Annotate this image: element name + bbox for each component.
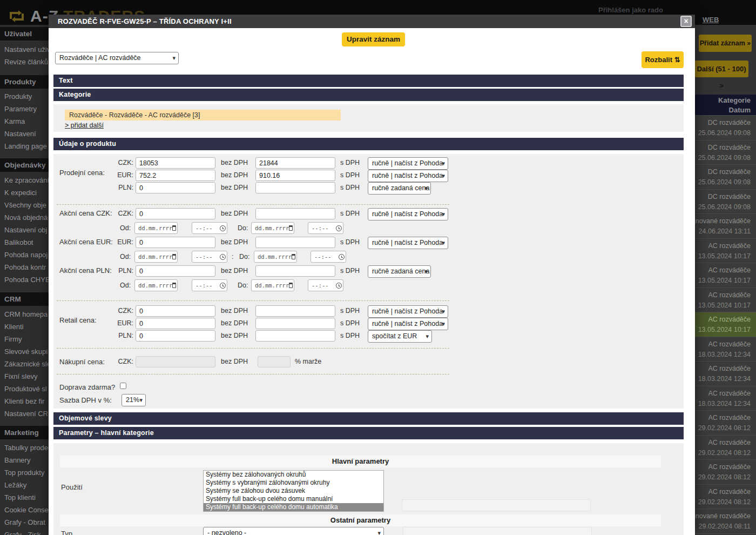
od-label: Od: [120,222,131,234]
retail-pln-mode-select[interactable]: spočítat z EUR▾ [368,330,432,343]
prodejni-eur-s-dph-input[interactable] [255,170,335,181]
retail-czk-bez-dph-input[interactable] [136,305,215,317]
prodejni-czk-s-dph-input[interactable] [255,157,335,169]
currency-label: CZK: [114,157,133,169]
akcni-eur-od-time-input[interactable]: --:-- [192,251,227,263]
retail-pln-bez-dph-input[interactable] [136,330,215,342]
screen: A-Z TRADERS Přihlášen jako rado WEB Uživ… [0,0,756,535]
akcni-czk-od-time-input[interactable]: --:-- [192,222,227,234]
add-record-button[interactable]: Přidat záznam » [699,35,752,52]
bez-dph-label: bez DPH [221,157,248,169]
bez-dph-label: bez DPH [221,182,248,193]
bez-dph-label: bez DPH [221,330,248,342]
akcni-pln-do-time-input[interactable]: --:-- [308,279,343,291]
chevron-down-icon: ▾ [442,306,445,317]
akcni-pln-do-date-input[interactable]: dd.mm.rrrr [251,279,294,291]
calendar-icon[interactable] [289,225,293,231]
section-bar-parametry[interactable]: Parametry – hlavní kategorie [53,427,684,439]
typ-extra-input[interactable] [403,527,592,535]
listbox-option[interactable]: Systémy full back-up celého domu manuáln… [204,495,383,503]
currency-label: CZK: [114,208,133,219]
add-category-link[interactable]: > přidat další [65,122,104,129]
akcni-eur-do-date-input[interactable]: dd.mm.rrrr [254,251,297,263]
listbox-option[interactable]: Systémy s vybranými zálohovanými okruhy [204,479,383,487]
modal-header: ROZVADĚČ R-FVE-GW25-P – TŘÍDA OCHRANY I+… [49,15,695,28]
divider [57,348,449,349]
retail-eur-mode-select[interactable]: ručně | načíst z Pohoda▾ [368,318,448,330]
clock-icon[interactable] [220,283,226,289]
prodejni-eur-mode-select[interactable]: ručně | načíst z Pohoda▾ [368,170,448,182]
clock-icon[interactable] [336,225,342,231]
retail-eur-bez-dph-input[interactable] [136,318,215,329]
category-chip: Rozváděče - Rozváděče - AC rozváděče [3] [65,110,341,121]
prodejni-eur-bez-dph-input[interactable] [136,170,215,181]
pouziti-listbox[interactable]: Systémy bez zálohovaných okruhů Systémy … [203,470,384,512]
pouziti-extra-input[interactable] [402,499,591,511]
akcni-czk-do-date-input[interactable]: dd.mm.rrrr [251,222,294,234]
submit-button[interactable]: Upravit záznam [342,32,405,46]
typ-label: Typ [61,530,72,535]
prodejni-czk-mode-select[interactable]: ručně | načíst z Pohoda▾ [368,157,448,170]
retail-eur-s-dph-input[interactable] [255,318,335,329]
retail-czk-s-dph-input[interactable] [255,305,335,317]
bez-dph-label: bez DPH [221,170,248,181]
akcni-pln-mode-select[interactable]: ručně zadaná cena▾ [368,265,431,278]
next-page-button[interactable]: Další (51 - 100) > [694,61,748,77]
section-bar-kategorie[interactable]: Kategorie [53,89,684,101]
akcni-eur-mode-select[interactable]: ručně | načíst z Pohoda▾ [368,237,448,249]
do-label: Do: [238,279,248,291]
ostatni-parametry-header: Ostatní parametry [60,514,661,526]
akcni-eur-bez-dph-input[interactable] [136,237,215,248]
chevron-down-icon: ▾ [442,237,445,249]
marze-label: % marže [295,356,321,367]
akcni-pln-od-time-input[interactable]: --:-- [192,279,227,291]
akcni-czk-bez-dph-input[interactable] [136,208,215,219]
akcni-czk-mode-select[interactable]: ručně | načíst z Pohoda▾ [368,208,448,220]
calendar-icon[interactable] [172,225,176,231]
akcni-pln-s-dph-input[interactable] [255,265,335,277]
bez-dph-label: bez DPH [221,318,248,329]
prodejni-pln-mode-select[interactable]: ručně zadaná cena▾ [368,182,431,195]
akcni-pln-od-date-input[interactable]: dd.mm.rrrr [134,279,178,291]
akcni-czk-do-time-input[interactable]: --:-- [308,222,343,234]
expand-all-button[interactable]: Rozbalit ⇅ [642,51,684,68]
prodejni-czk-bez-dph-input[interactable] [136,157,215,169]
calendar-icon[interactable] [289,283,293,288]
currency-label: EUR: [114,318,133,329]
calendar-icon[interactable] [172,254,176,259]
listbox-option[interactable]: Systémy bez zálohovaných okruhů [204,471,383,479]
sazba-dph-select[interactable]: 21% ▾ [122,394,146,406]
listbox-option[interactable]: Systémy se zálohou dvou zásuvek [204,487,383,495]
retail-czk-mode-select[interactable]: ručně | načíst z Pohoda▾ [368,305,448,318]
clock-icon[interactable] [220,254,226,260]
section-bar-objemove[interactable]: Objemové slevy [53,412,684,425]
chevron-down-icon: ▾ [442,170,445,182]
listbox-option-selected[interactable]: Systémy full back-up celého domu automat… [204,503,383,511]
parameters-panel: Hlavní parametry Použití Systémy bez zál… [53,443,684,535]
calendar-icon[interactable] [172,283,176,288]
prodejni-pln-s-dph-input[interactable] [255,182,335,193]
retail-pln-s-dph-input[interactable] [255,330,335,342]
doprava-zdarma-checkbox[interactable] [120,383,126,389]
akcni-czk-s-dph-input[interactable] [255,208,335,219]
bez-dph-label: bez DPH [221,305,248,317]
akcni-czk-od-date-input[interactable]: dd.mm.rrrr [134,222,178,234]
section-bar-text[interactable]: Text [53,75,684,87]
akcni-eur-s-dph-input[interactable] [255,237,335,248]
category-dropdown[interactable]: Rozváděče | AC rozváděče ▾ [55,52,179,64]
close-icon[interactable]: × [680,16,692,27]
clock-icon[interactable] [339,254,345,260]
sync-arrows-icon [8,8,26,24]
akcni-eur-od-date-input[interactable]: dd.mm.rrrr [134,251,178,263]
akcni-pln-bez-dph-input[interactable] [136,265,215,277]
clock-icon[interactable] [336,283,342,289]
akcni-eur-do-time-input[interactable]: --:-- [310,251,346,263]
typ-select[interactable]: - nezvoleno - ▾ [203,527,384,535]
chevron-down-icon: ▾ [426,331,429,342]
web-link[interactable]: WEB [703,16,719,24]
calendar-icon[interactable] [292,254,295,259]
chevron-down-icon: ▾ [424,183,428,194]
clock-icon[interactable] [220,225,226,231]
section-bar-udaje[interactable]: Údaje o produktu [53,138,684,150]
prodejni-pln-bez-dph-input[interactable] [136,182,215,193]
